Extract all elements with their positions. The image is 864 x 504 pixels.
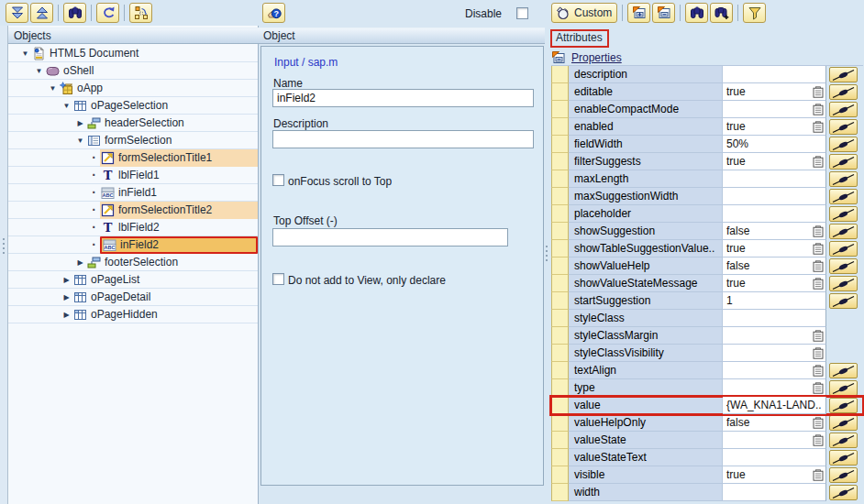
move-down-button[interactable] [6, 3, 28, 23]
attributes-tab[interactable]: Attributes [550, 29, 609, 48]
tree-expanded-toggle-icon[interactable]: ▼ [19, 49, 31, 58]
left-splitter[interactable] [0, 26, 8, 504]
property-value-cell[interactable]: true [723, 118, 826, 136]
tree-item-HTML5 Document[interactable]: ▼HTML5 Document [8, 45, 258, 62]
expand-all-button[interactable] [627, 3, 650, 23]
property-value-cell[interactable] [723, 449, 826, 466]
value-list-icon[interactable] [813, 382, 824, 394]
tree-item-formSelectionTitle1[interactable]: ·formSelectionTitle1 [8, 149, 258, 167]
bind-button[interactable] [829, 84, 858, 100]
bind-button[interactable] [829, 380, 858, 396]
property-value-cell[interactable] [723, 484, 826, 501]
tree-expanded-toggle-icon[interactable]: ▼ [74, 137, 86, 145]
property-value-cell[interactable] [723, 101, 826, 118]
value-list-icon[interactable] [813, 225, 824, 237]
filter-button[interactable] [743, 3, 766, 23]
property-value-cell[interactable]: true [723, 83, 826, 101]
custom-button[interactable]: Custom [551, 3, 617, 23]
tree-collapsed-toggle-icon[interactable]: ▶ [61, 293, 72, 301]
property-value-cell[interactable]: 1 [723, 292, 826, 310]
top-offset-input[interactable] [272, 228, 508, 247]
tree-item-oPageList[interactable]: ▶oPageList [8, 271, 258, 289]
bind-button[interactable] [829, 119, 858, 135]
value-list-icon[interactable] [813, 330, 824, 342]
find-next-button[interactable] [710, 3, 733, 23]
tree-item-content[interactable]: oPageSelection [72, 97, 258, 115]
onfocus-checkbox[interactable] [272, 174, 284, 186]
convert-button[interactable] [129, 3, 152, 23]
tree-item-inField1[interactable]: ·ABCinField1 [8, 184, 258, 202]
bind-button[interactable] [829, 206, 858, 222]
collapse-section-icon[interactable] [551, 50, 566, 65]
property-value-cell[interactable]: true [723, 466, 826, 484]
bind-button[interactable] [829, 415, 858, 431]
bind-button[interactable] [829, 276, 858, 291]
bind-button[interactable] [829, 363, 858, 378]
tree-item-content[interactable]: TlblField2 [100, 219, 258, 236]
tree-item-headerSelection[interactable]: ▶headerSelection [8, 115, 258, 132]
tree-item-oApp[interactable]: ▼oApp [8, 80, 258, 97]
value-list-icon[interactable] [813, 469, 824, 481]
property-value-cell[interactable] [723, 170, 826, 188]
tree-collapsed-toggle-icon[interactable]: ▶ [61, 311, 72, 319]
tree-collapsed-toggle-icon[interactable]: ▶ [61, 276, 72, 284]
property-value-cell[interactable] [723, 310, 826, 327]
tree-item-inField2[interactable]: ·ABCinField2 [8, 236, 258, 254]
tree-expanded-toggle-icon[interactable]: ▼ [61, 102, 72, 110]
tree-item-content[interactable]: HTML5 Document [31, 45, 258, 62]
declare-checkbox[interactable] [272, 273, 284, 285]
bind-button[interactable] [829, 485, 858, 500]
value-list-icon[interactable] [813, 104, 824, 115]
tree-collapsed-toggle-icon[interactable]: ▶ [74, 119, 86, 127]
property-value-cell[interactable] [723, 345, 826, 362]
bind-button[interactable] [829, 189, 858, 204]
tree-item-lblField2[interactable]: ·TlblField2 [8, 219, 258, 236]
value-list-icon[interactable] [813, 347, 824, 359]
tree-item-footerSelection[interactable]: ▶footerSelection [8, 254, 258, 271]
property-value-cell[interactable] [723, 188, 826, 205]
name-input[interactable] [272, 89, 534, 107]
bind-button[interactable] [829, 224, 858, 239]
tree-item-content[interactable]: formSelection [86, 132, 258, 149]
tree-item-formSelection[interactable]: ▼formSelection [8, 132, 258, 149]
bind-button[interactable] [829, 293, 858, 309]
property-value-cell[interactable] [723, 205, 826, 223]
bind-button[interactable] [829, 137, 858, 152]
bind-button[interactable] [829, 398, 858, 413]
property-value-cell[interactable]: true [723, 275, 826, 292]
object-type-link[interactable]: Input / sap.m [274, 56, 338, 69]
property-value-cell[interactable]: 50% [723, 136, 826, 153]
tree-item-content[interactable]: oApp [59, 80, 258, 97]
tree-item-oPageHidden[interactable]: ▶oPageHidden [8, 306, 258, 323]
value-list-icon[interactable] [813, 365, 824, 377]
tree-item-content[interactable]: TlblField1 [100, 167, 258, 184]
tree-expanded-toggle-icon[interactable]: ▼ [33, 67, 45, 75]
tree-item-oPageDetail[interactable]: ▶oPageDetail [8, 289, 258, 306]
property-value-cell[interactable] [723, 362, 826, 379]
property-value-cell[interactable] [723, 379, 826, 397]
help-button[interactable]: ? [262, 3, 285, 23]
property-value-cell[interactable]: false [723, 223, 826, 240]
tree-item-content[interactable]: oShell [45, 62, 258, 80]
value-list-icon[interactable] [813, 156, 824, 168]
value-list-icon[interactable] [813, 417, 824, 429]
tree-item-content[interactable]: ABCinField1 [100, 184, 258, 202]
disable-checkbox[interactable] [516, 7, 528, 19]
value-list-icon[interactable] [813, 278, 824, 290]
tree-item-content[interactable]: footerSelection [86, 254, 258, 271]
property-value-cell[interactable]: true [723, 153, 826, 170]
tree-item-content[interactable]: headerSelection [86, 115, 258, 132]
bind-button[interactable] [829, 258, 858, 274]
bind-button[interactable] [829, 467, 858, 483]
value-list-icon[interactable] [813, 86, 824, 98]
collapse-all-button[interactable] [652, 3, 675, 23]
property-value-cell[interactable]: {WA_KNA1-LAND.. [723, 397, 826, 414]
property-value-cell[interactable]: false [723, 414, 826, 432]
undo-button[interactable] [96, 3, 119, 23]
find-button[interactable] [685, 3, 708, 23]
bind-button[interactable] [829, 102, 858, 117]
property-value-cell[interactable] [723, 432, 826, 449]
properties-section-title[interactable]: Properties [571, 51, 622, 64]
property-value-cell[interactable] [723, 66, 826, 83]
value-list-icon[interactable] [813, 243, 824, 255]
